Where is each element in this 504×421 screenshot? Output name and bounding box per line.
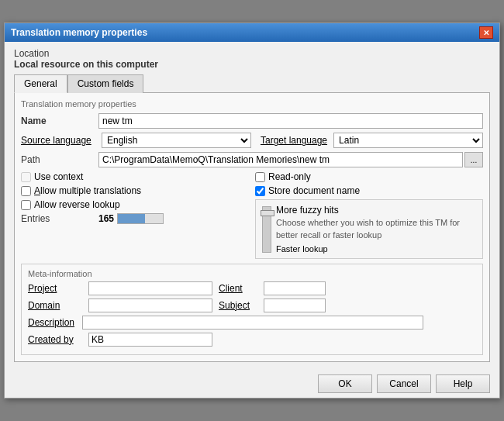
project-label: Project <box>28 283 82 294</box>
fuzzy-bottom: Faster lookup <box>276 244 476 254</box>
allow-reverse-checkbox[interactable] <box>21 200 31 210</box>
allow-multiple-checkbox[interactable] <box>21 186 31 196</box>
fuzzy-slider-thumb <box>261 210 274 216</box>
meta-section: Meta-information Project Client Domain S… <box>21 264 483 355</box>
store-doc-label: Store document name <box>268 185 360 196</box>
project-input[interactable] <box>88 281 212 295</box>
read-only-row: Read-only <box>255 171 483 182</box>
name-input[interactable] <box>98 113 483 129</box>
subject-input[interactable] <box>264 298 326 312</box>
tab-content-general: Translation memory properties Name Sourc… <box>14 92 490 362</box>
fuzzy-section: More fuzzy hits Choose whether you wish … <box>255 199 483 259</box>
fuzzy-slider-track[interactable] <box>262 206 271 253</box>
allow-reverse-label: Allow reverse lookup <box>34 199 120 210</box>
use-context-checkbox[interactable] <box>21 172 31 182</box>
source-language-select[interactable]: English <box>102 133 251 148</box>
group-label: Translation memory properties <box>21 99 483 109</box>
use-context-row: Use context <box>21 171 249 182</box>
dialog-body: Location Local resource on this computer… <box>5 42 499 368</box>
button-row: OK Cancel Help <box>5 368 499 398</box>
domain-row: Domain Subject <box>28 298 476 312</box>
description-row: Description <box>28 316 476 330</box>
left-options: Use context Allow multiple translations … <box>21 171 249 259</box>
allow-multiple-row: Allow multiple translations <box>21 185 249 196</box>
allow-reverse-row: Allow reverse lookup <box>21 199 249 210</box>
path-label: Path <box>21 154 98 165</box>
target-language-select[interactable]: Latin <box>333 133 483 148</box>
ok-button[interactable]: OK <box>318 374 372 393</box>
fuzzy-slider-container <box>262 205 271 253</box>
title-bar: Translation memory properties ✕ <box>5 23 499 42</box>
use-context-label: Use context <box>34 171 83 182</box>
created-by-input[interactable] <box>88 333 212 347</box>
fuzzy-row: More fuzzy hits Choose whether you wish … <box>262 205 476 254</box>
description-input[interactable] <box>82 316 423 330</box>
project-row: Project Client <box>28 281 476 295</box>
tab-general[interactable]: General <box>14 74 67 93</box>
cancel-button[interactable]: Cancel <box>377 374 431 393</box>
language-row: Source language English Target language … <box>21 133 483 148</box>
entries-row: Entries 165 <box>21 213 249 224</box>
right-options: Read-only Store document name <box>255 171 483 259</box>
name-row: Name <box>21 113 483 129</box>
store-doc-row: Store document name <box>255 185 483 196</box>
domain-input[interactable] <box>88 298 212 312</box>
domain-label: Domain <box>28 300 82 311</box>
location-label: Location <box>14 48 490 59</box>
browse-button[interactable]: ... <box>464 152 483 167</box>
close-button[interactable]: ✕ <box>479 26 493 39</box>
help-button[interactable]: Help <box>436 374 490 393</box>
created-by-label: Created by <box>28 334 82 345</box>
location-section: Location Local resource on this computer <box>14 48 490 70</box>
read-only-checkbox[interactable] <box>255 172 265 182</box>
location-value: Local resource on this computer <box>14 59 490 70</box>
path-input[interactable] <box>98 152 463 167</box>
dialog-title: Translation memory properties <box>11 27 147 38</box>
name-label: Name <box>21 116 98 126</box>
entries-label: Entries <box>21 213 98 224</box>
read-only-label: Read-only <box>268 171 311 182</box>
created-by-row: Created by <box>28 333 476 347</box>
subject-label: Subject <box>219 300 257 311</box>
dialog-window: Translation memory properties ✕ Location… <box>4 22 500 399</box>
entries-value: 165 <box>98 213 114 224</box>
meta-section-label: Meta-information <box>28 269 476 278</box>
tabs-container: General Custom fields <box>14 74 490 93</box>
target-language-label: Target language <box>261 135 327 146</box>
client-input[interactable] <box>264 281 326 295</box>
entries-bar <box>117 213 164 224</box>
description-label: Description <box>28 317 82 328</box>
allow-multiple-label: Allow multiple translations <box>34 185 141 196</box>
fuzzy-description: Choose whether you wish to optimize this… <box>276 217 476 241</box>
fuzzy-text: More fuzzy hits Choose whether you wish … <box>276 205 476 254</box>
client-label: Client <box>219 283 257 294</box>
source-language-label: Source language <box>21 135 98 146</box>
store-doc-checkbox[interactable] <box>255 186 265 196</box>
fuzzy-title: More fuzzy hits <box>276 205 476 216</box>
options-columns: Use context Allow multiple translations … <box>21 171 483 259</box>
path-row: Path ... <box>21 152 483 167</box>
tab-custom-fields[interactable]: Custom fields <box>67 74 144 93</box>
